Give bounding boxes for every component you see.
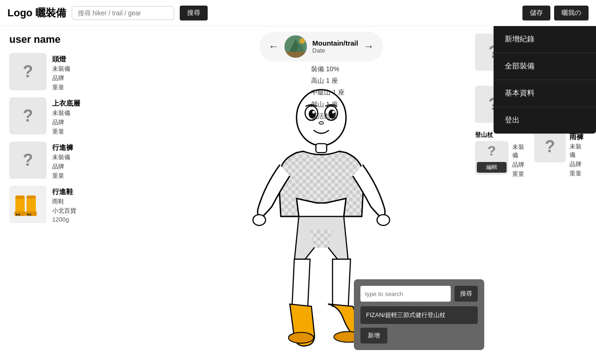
gear-item-shoes: 行進鞋 雨鞋 小北百貨 1200g	[9, 186, 168, 223]
pole-weight: 重量	[512, 170, 529, 178]
rain-pants-weight: 重量	[569, 169, 587, 178]
pole-edit-button[interactable]: 編輯	[477, 162, 507, 173]
rain-pants-info: 雨褲 未裝備 品牌 重量	[569, 131, 587, 178]
pants-label: 行進褲	[52, 143, 73, 152]
popup-search-button[interactable]: 搜尋	[454, 286, 478, 302]
svg-point-29	[289, 332, 314, 343]
stat-activity: 低活動度	[311, 110, 345, 122]
pants-weight: 重量	[52, 172, 73, 180]
rain-pants-brand: 品牌	[569, 160, 587, 169]
shoes-weight: 1200g	[52, 216, 76, 223]
stat-mid-mountain: 中級山 1 座	[311, 87, 345, 98]
svg-rect-13	[284, 52, 307, 58]
rain-pants-status: 未裝備	[569, 142, 587, 159]
rain-pants-thumbnail[interactable]: ?	[534, 131, 566, 162]
popup-add-button[interactable]: 新增	[360, 328, 387, 344]
rain-pants-section: ? 雨褲 未裝備 品牌 重量	[534, 131, 587, 178]
svg-point-27	[253, 215, 265, 225]
base-layer-brand: 品牌	[52, 118, 80, 127]
svg-point-28	[377, 215, 390, 225]
trail-selector: ← Mountain/trail Date →	[259, 32, 383, 61]
trail-thumbnail	[284, 35, 307, 58]
rain-pants-content: ? 雨褲 未裝備 品牌 重量	[534, 131, 587, 178]
left-panel: user name ? 頭燈 未裝備 品牌 重量 ? 上衣底層 未裝備 品牌 重…	[0, 26, 177, 364]
pole-section: 登山杖 ? 編輯 未裝備 品牌 重量	[475, 131, 529, 178]
dropdown-item-basic-info[interactable]: 基本資料	[494, 80, 596, 107]
pants-status: 未裝備	[52, 153, 73, 162]
search-popup-row: 搜尋	[360, 286, 478, 302]
headlamp-info: 頭燈 未裝備 品牌 重量	[52, 53, 70, 92]
pants-brand: 品牌	[52, 162, 73, 171]
trail-prev-button[interactable]: ←	[269, 40, 279, 53]
svg-rect-8	[15, 195, 25, 199]
shoes-brand: 小北百貨	[52, 207, 76, 215]
trail-info: Mountain/trail Date	[312, 39, 358, 54]
headlamp-status: 未裝備	[52, 65, 70, 73]
dropdown-menu: 新增紀錄 全部裝備 基本資料 登出	[494, 26, 596, 134]
boots-svg	[12, 188, 44, 221]
svg-point-3	[18, 214, 20, 216]
pole-info: 未裝備 品牌 重量	[512, 141, 529, 178]
header-right-actions: 儲存 曬我の	[522, 6, 589, 20]
svg-rect-1	[14, 211, 26, 216]
base-layer-status: 未裝備	[52, 109, 80, 117]
profile-button[interactable]: 曬我の	[554, 6, 589, 20]
stat-alpine: 高山 1 座	[311, 75, 345, 87]
dropdown-item-all-gear[interactable]: 全部裝備	[494, 53, 596, 80]
svg-point-6	[27, 214, 29, 216]
base-layer-label: 上衣底層	[52, 99, 80, 108]
shoes-thumbnail[interactable]	[9, 186, 47, 223]
pole-thumbnail[interactable]: ? 編輯	[475, 141, 508, 175]
stats-area: 裝備 10% 高山 1 座 中級山 1 座 郊山 1 座 低活動度	[311, 63, 345, 122]
pole-rainpants-row: 登山杖 ? 編輯 未裝備 品牌 重量 ?	[475, 131, 587, 178]
svg-rect-9	[27, 195, 36, 199]
shoes-status: 雨鞋	[52, 197, 76, 206]
shoes-label: 行進鞋	[52, 188, 76, 196]
gear-item-base-layer: ? 上衣底層 未裝備 品牌 重量	[9, 97, 168, 136]
svg-rect-23	[316, 144, 326, 153]
dropdown-item-logout[interactable]: 登出	[494, 107, 596, 134]
svg-rect-5	[26, 211, 37, 216]
trail-date: Date	[312, 47, 358, 54]
trail-next-button[interactable]: →	[364, 40, 374, 53]
headlamp-brand: 品牌	[52, 74, 70, 82]
trail-thumbnail-svg	[284, 35, 307, 58]
stat-equipment-pct: 裝備 10%	[311, 63, 345, 75]
trail-name: Mountain/trail	[312, 39, 358, 47]
pole-brand: 品牌	[512, 161, 529, 169]
main-search-button[interactable]: 搜尋	[180, 6, 208, 20]
popup-search-input[interactable]	[360, 286, 451, 302]
pole-status: 未裝備	[512, 143, 529, 160]
search-popup: 搜尋 FIZAN/超輕三節式健行登山杖 新增	[354, 279, 484, 350]
svg-point-2	[16, 214, 18, 216]
stat-suburb-mountain: 郊山 1 座	[311, 99, 345, 110]
svg-rect-0	[15, 197, 25, 214]
headlamp-thumbnail[interactable]: ?	[9, 53, 47, 90]
user-name: user name	[9, 34, 168, 46]
pole-question-mark: ?	[488, 143, 496, 159]
svg-point-22	[319, 121, 324, 124]
logo: Logo 曬裝備	[7, 6, 66, 20]
gear-item-pants: ? 行進褲 未裝備 品牌 重量	[9, 142, 168, 180]
shoes-info: 行進鞋 雨鞋 小北百貨 1200g	[52, 186, 76, 223]
save-button[interactable]: 儲存	[522, 6, 550, 20]
base-layer-thumbnail[interactable]: ?	[9, 97, 47, 135]
base-layer-weight: 重量	[52, 128, 80, 136]
rain-pants-label: 雨褲	[569, 133, 587, 142]
headlamp-weight: 重量	[52, 83, 70, 92]
base-layer-info: 上衣底層 未裝備 品牌 重量	[52, 97, 80, 136]
dropdown-item-add-record[interactable]: 新增紀錄	[494, 26, 596, 53]
popup-result-item[interactable]: FIZAN/超輕三節式健行登山杖	[360, 306, 478, 324]
svg-rect-4	[27, 197, 36, 214]
header: Logo 曬裝備 搜尋 儲存 曬我の	[0, 0, 596, 26]
svg-point-7	[29, 214, 31, 216]
headlamp-label: 頭燈	[52, 55, 70, 64]
pants-thumbnail[interactable]: ?	[9, 142, 47, 179]
svg-point-14	[299, 38, 305, 44]
gear-item-headlamp: ? 頭燈 未裝備 品牌 重量	[9, 53, 168, 92]
pants-info: 行進褲 未裝備 品牌 重量	[52, 142, 73, 180]
pole-content: ? 編輯 未裝備 品牌 重量	[475, 141, 529, 178]
main-search-input[interactable]	[72, 6, 174, 20]
